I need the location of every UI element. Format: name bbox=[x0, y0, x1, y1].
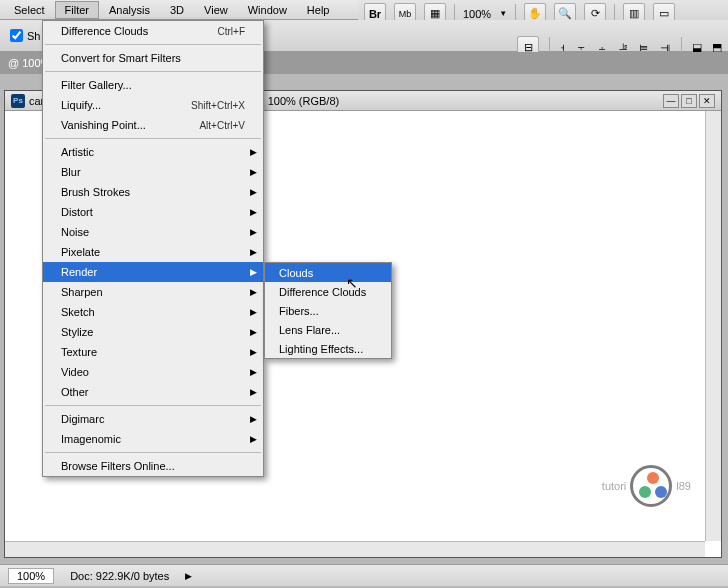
submenu-arrow-icon: ▶ bbox=[250, 367, 257, 377]
submenu-arrow-icon: ▶ bbox=[250, 267, 257, 277]
submenu-arrow-icon: ▶ bbox=[250, 147, 257, 157]
menu-item-convert-for-smart-filters[interactable]: Convert for Smart Filters bbox=[43, 48, 263, 68]
menu-item-label: Sketch bbox=[61, 306, 245, 318]
rotate-icon: ⟳ bbox=[591, 7, 600, 20]
menu-item-imagenomic[interactable]: Imagenomic▶ bbox=[43, 429, 263, 449]
menu-item-label: Video bbox=[61, 366, 245, 378]
menu-item-artistic[interactable]: Artistic▶ bbox=[43, 142, 263, 162]
submenu-arrow-icon: ▶ bbox=[250, 347, 257, 357]
menu-item-digimarc[interactable]: Digimarc▶ bbox=[43, 409, 263, 429]
menu-item-difference-clouds[interactable]: Difference CloudsCtrl+F bbox=[43, 21, 263, 41]
menu-item-label: Blur bbox=[61, 166, 245, 178]
submenu-item-difference-clouds[interactable]: Difference Clouds bbox=[265, 282, 391, 301]
watermark-logo-icon bbox=[630, 465, 672, 507]
menu-item-label: Browse Filters Online... bbox=[61, 460, 245, 472]
hand-icon: ✋ bbox=[528, 7, 542, 20]
menu-item-label: Sharpen bbox=[61, 286, 245, 298]
menu-item-label: Other bbox=[61, 386, 245, 398]
menu-separator bbox=[45, 138, 261, 139]
magnifier-icon: 🔍 bbox=[558, 7, 572, 20]
submenu-item-fibers[interactable]: Fibers... bbox=[265, 301, 391, 320]
menu-item-label: Render bbox=[61, 266, 245, 278]
menu-item-pixelate[interactable]: Pixelate▶ bbox=[43, 242, 263, 262]
menu-item-label: Digimarc bbox=[61, 413, 245, 425]
maximize-button[interactable]: □ bbox=[681, 94, 697, 108]
menu-item-label: Pixelate bbox=[61, 246, 245, 258]
arrange-icon: ▥ bbox=[629, 7, 639, 20]
menu-item-filter-gallery[interactable]: Filter Gallery... bbox=[43, 75, 263, 95]
statusbar: 100% Doc: 922.9K/0 bytes ▶ bbox=[0, 564, 728, 586]
submenu-arrow-icon: ▶ bbox=[250, 187, 257, 197]
menu-item-vanishing-point[interactable]: Vanishing Point...Alt+Ctrl+V bbox=[43, 115, 263, 135]
menu-item-video[interactable]: Video▶ bbox=[43, 362, 263, 382]
submenu-arrow-icon: ▶ bbox=[250, 434, 257, 444]
menu-item-liquify[interactable]: Liquify...Shift+Ctrl+X bbox=[43, 95, 263, 115]
menu-item-distort[interactable]: Distort▶ bbox=[43, 202, 263, 222]
menu-item-label: Texture bbox=[61, 346, 245, 358]
menu-separator bbox=[45, 71, 261, 72]
submenu-item-clouds[interactable]: Clouds bbox=[265, 263, 391, 282]
submenu-item-lighting-effects[interactable]: Lighting Effects... bbox=[265, 339, 391, 358]
horizontal-scrollbar[interactable] bbox=[5, 541, 705, 557]
menu-item-render[interactable]: Render▶ bbox=[43, 262, 263, 282]
submenu-arrow-icon: ▶ bbox=[250, 387, 257, 397]
menu-item-texture[interactable]: Texture▶ bbox=[43, 342, 263, 362]
menu-item-label: Difference Clouds bbox=[61, 25, 218, 37]
menu-item-label: Noise bbox=[61, 226, 245, 238]
menu-item-other[interactable]: Other▶ bbox=[43, 382, 263, 402]
submenu-arrow-icon: ▶ bbox=[250, 287, 257, 297]
menu-item-brush-strokes[interactable]: Brush Strokes▶ bbox=[43, 182, 263, 202]
menu-select[interactable]: Select bbox=[4, 1, 55, 19]
show-checkbox-input[interactable] bbox=[10, 29, 23, 42]
menu-item-label: Liquify... bbox=[61, 99, 191, 111]
menu-item-blur[interactable]: Blur▶ bbox=[43, 162, 263, 182]
status-doc-info: Doc: 922.9K/0 bytes bbox=[70, 570, 169, 582]
menu-item-stylize[interactable]: Stylize▶ bbox=[43, 322, 263, 342]
window-buttons: — □ ✕ bbox=[663, 94, 715, 108]
menu-item-sharpen[interactable]: Sharpen▶ bbox=[43, 282, 263, 302]
submenu-item-lens-flare[interactable]: Lens Flare... bbox=[265, 320, 391, 339]
submenu-arrow-icon: ▶ bbox=[250, 327, 257, 337]
render-submenu: CloudsDifference CloudsFibers...Lens Fla… bbox=[264, 262, 392, 359]
menu-separator bbox=[45, 405, 261, 406]
menu-item-label: Brush Strokes bbox=[61, 186, 245, 198]
minimize-button[interactable]: — bbox=[663, 94, 679, 108]
submenu-arrow-icon: ▶ bbox=[250, 307, 257, 317]
screen-icon: ▭ bbox=[659, 7, 669, 20]
menu-separator bbox=[45, 44, 261, 45]
menu-item-label: Convert for Smart Filters bbox=[61, 52, 245, 64]
menu-shortcut: Alt+Ctrl+V bbox=[199, 120, 245, 131]
menu-item-label: Imagenomic bbox=[61, 433, 245, 445]
menu-item-label: Stylize bbox=[61, 326, 245, 338]
grid-icon: ▦ bbox=[430, 7, 440, 20]
menu-filter[interactable]: Filter bbox=[55, 1, 99, 19]
menu-item-sketch[interactable]: Sketch▶ bbox=[43, 302, 263, 322]
dropdown-icon[interactable]: ▼ bbox=[499, 9, 507, 18]
filter-menu: Difference CloudsCtrl+FConvert for Smart… bbox=[42, 20, 264, 477]
vertical-scrollbar[interactable] bbox=[705, 111, 721, 541]
menu-separator bbox=[45, 452, 261, 453]
watermark: tutori l89 bbox=[602, 465, 691, 507]
chevron-right-icon[interactable]: ▶ bbox=[185, 571, 192, 581]
menu-analysis[interactable]: Analysis bbox=[99, 1, 160, 19]
close-button[interactable]: ✕ bbox=[699, 94, 715, 108]
menu-window[interactable]: Window bbox=[238, 1, 297, 19]
photoshop-file-icon: Ps bbox=[11, 94, 25, 108]
menu-view[interactable]: View bbox=[194, 1, 238, 19]
submenu-arrow-icon: ▶ bbox=[250, 207, 257, 217]
menu-shortcut: Shift+Ctrl+X bbox=[191, 100, 245, 111]
menu-shortcut: Ctrl+F bbox=[218, 26, 246, 37]
show-checkbox[interactable]: Sh bbox=[10, 29, 40, 42]
menu-item-label: Filter Gallery... bbox=[61, 79, 245, 91]
submenu-arrow-icon: ▶ bbox=[250, 414, 257, 424]
submenu-arrow-icon: ▶ bbox=[250, 227, 257, 237]
status-zoom[interactable]: 100% bbox=[8, 568, 54, 584]
menu-item-browse-filters-online[interactable]: Browse Filters Online... bbox=[43, 456, 263, 476]
menu-help[interactable]: Help bbox=[297, 1, 340, 19]
menu-item-label: Artistic bbox=[61, 146, 245, 158]
menu-3d[interactable]: 3D bbox=[160, 1, 194, 19]
menu-item-noise[interactable]: Noise▶ bbox=[43, 222, 263, 242]
submenu-arrow-icon: ▶ bbox=[250, 167, 257, 177]
zoom-level[interactable]: 100% bbox=[463, 8, 491, 20]
submenu-arrow-icon: ▶ bbox=[250, 247, 257, 257]
